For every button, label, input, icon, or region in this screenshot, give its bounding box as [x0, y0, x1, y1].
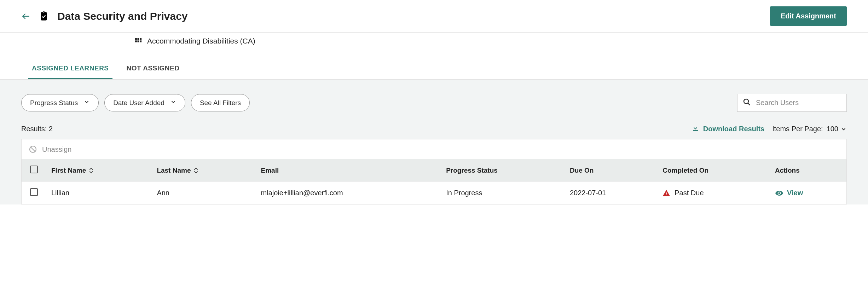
warning-icon: [662, 189, 670, 197]
filter-date-user-added-label: Date User Added: [113, 99, 164, 107]
filter-progress-status[interactable]: Progress Status: [21, 94, 99, 111]
see-all-filters-button[interactable]: See All Filters: [191, 94, 250, 111]
sort-icon: [89, 168, 94, 173]
col-progress-status: Progress Status: [441, 159, 565, 182]
items-per-page-label: Items Per Page:: [772, 125, 823, 133]
svg-rect-1: [135, 38, 137, 40]
page-title: Data Security and Privacy: [57, 10, 188, 22]
chevron-down-icon: [840, 126, 847, 132]
tabs: ASSIGNED LEARNERS NOT ASSIGNED: [0, 59, 868, 80]
row-checkbox[interactable]: [30, 188, 38, 196]
results-count: Results: 2: [21, 125, 53, 133]
modules-icon: [134, 37, 142, 45]
items-per-page-select[interactable]: 100: [827, 125, 847, 133]
svg-rect-9: [693, 130, 698, 131]
col-due-on: Due On: [565, 159, 658, 182]
unassign-disabled-icon: [29, 145, 37, 154]
download-results-link[interactable]: Download Results: [691, 124, 764, 134]
search-icon: [742, 98, 751, 108]
cell-progress-status: In Progress: [441, 182, 565, 204]
col-first-name-label: First Name: [51, 167, 86, 174]
cell-last-name: Ann: [152, 182, 256, 204]
learners-table-wrap: Unassign First Name: [21, 139, 847, 204]
svg-rect-3: [140, 38, 141, 40]
table-row: Lillian Ann mlajoie+lillian@everfi.com I…: [22, 182, 846, 204]
results-row: Results: 2 Download Results Items Per Pa…: [21, 124, 847, 134]
search-users-wrap[interactable]: [737, 94, 847, 112]
items-per-page: Items Per Page: 100: [772, 125, 847, 133]
col-last-name-label: Last Name: [157, 167, 191, 174]
edit-assignment-button[interactable]: Edit Assignment: [770, 6, 847, 26]
col-select-all: [22, 159, 46, 182]
cell-email: mlajoie+lillian@everfi.com: [256, 182, 441, 204]
tab-assigned-learners[interactable]: ASSIGNED LEARNERS: [28, 59, 112, 79]
filter-row: Progress Status Date User Added See All …: [21, 94, 847, 112]
svg-line-8: [748, 103, 750, 105]
col-actions: Actions: [770, 159, 846, 182]
course-row: Accommodating Disabilities (CA): [134, 37, 847, 45]
svg-rect-6: [140, 40, 141, 42]
chevron-down-icon: [170, 99, 177, 107]
results-label: Results:: [21, 125, 47, 133]
col-last-name[interactable]: Last Name: [152, 159, 256, 182]
cell-due-on: 2022-07-01: [565, 182, 658, 204]
top-bar-left: Data Security and Privacy: [21, 10, 188, 22]
clipboard-check-icon: [39, 11, 49, 21]
content-area: Progress Status Date User Added See All …: [0, 80, 868, 204]
results-right: Download Results Items Per Page: 100: [691, 124, 847, 134]
view-button[interactable]: View: [775, 189, 841, 197]
cell-completed-on: Past Due: [658, 182, 770, 204]
unassign-button[interactable]: Unassign: [42, 145, 71, 154]
download-icon: [691, 124, 700, 134]
table-header-row: First Name Last Name: [22, 159, 846, 182]
filter-progress-status-label: Progress Status: [30, 99, 78, 107]
svg-rect-5: [137, 40, 139, 42]
top-bar: Data Security and Privacy Edit Assignmen…: [0, 0, 868, 33]
tab-not-assigned[interactable]: NOT ASSIGNED: [123, 59, 183, 79]
svg-point-7: [744, 99, 748, 104]
svg-rect-2: [137, 38, 139, 40]
col-completed-on: Completed On: [658, 159, 770, 182]
filters-left: Progress Status Date User Added See All …: [21, 94, 250, 111]
cell-first-name: Lillian: [46, 182, 152, 204]
back-arrow-icon[interactable]: [21, 12, 30, 21]
col-first-name[interactable]: First Name: [46, 159, 152, 182]
svg-line-11: [31, 147, 35, 152]
search-input[interactable]: [756, 99, 841, 107]
cell-completed-on-text: Past Due: [675, 189, 704, 197]
results-count-value: 2: [49, 125, 53, 133]
eye-icon: [775, 189, 783, 197]
chevron-down-icon: [83, 99, 90, 107]
download-results-label: Download Results: [703, 125, 764, 133]
learners-table: First Name Last Name: [22, 159, 846, 204]
col-email: Email: [256, 159, 441, 182]
table-toolbar: Unassign: [22, 139, 846, 159]
see-all-filters-label: See All Filters: [200, 99, 241, 107]
cell-actions: View: [770, 182, 846, 204]
svg-rect-4: [135, 40, 137, 42]
view-label: View: [787, 189, 803, 197]
course-name: Accommodating Disabilities (CA): [147, 37, 255, 45]
filter-date-user-added[interactable]: Date User Added: [104, 94, 185, 111]
sub-header: Accommodating Disabilities (CA): [0, 33, 868, 45]
select-all-checkbox[interactable]: [30, 166, 38, 173]
items-per-page-value: 100: [827, 125, 838, 133]
sort-icon: [193, 168, 198, 173]
